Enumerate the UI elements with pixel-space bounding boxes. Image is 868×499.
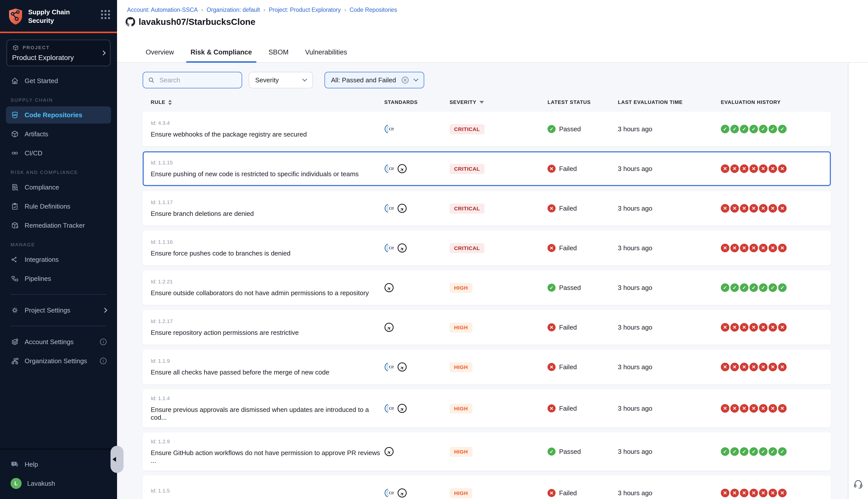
sidebar-item-organization-settings[interactable]: Organization Settings [6, 352, 111, 369]
status-filter-dropdown[interactable]: All: Passed and Failed [325, 72, 424, 88]
clear-filter-icon[interactable] [401, 76, 409, 84]
sidebar-item-integrations[interactable]: Integrations [6, 251, 111, 268]
tab-sbom[interactable]: SBOM [268, 45, 289, 62]
divider [11, 326, 107, 326]
column-latest-status: LATEST STATUS [547, 99, 618, 105]
history-failed-icon [731, 489, 739, 497]
sidebar-item-project-settings[interactable]: Project Settings [6, 302, 111, 319]
table-row[interactable]: Id: 1.2.17 Ensure repository action perm… [143, 310, 831, 345]
search-icon [148, 76, 155, 84]
info-icon[interactable] [100, 358, 107, 364]
severity-badge: CRITICAL [449, 204, 484, 214]
right-gutter [848, 63, 868, 499]
sidebar-item-account-settings[interactable]: Account Settings [6, 333, 111, 350]
history-passed-icon [759, 283, 768, 292]
owasp-standard-badge [397, 243, 407, 253]
rule-id: Id: 1.2.21 [151, 279, 384, 285]
history-failed-icon [721, 489, 730, 497]
status-label: Passed [559, 448, 581, 455]
sidebar-item-get-started[interactable]: Get Started [6, 72, 111, 89]
status-cell: Failed [547, 165, 618, 173]
history-passed-icon [778, 447, 787, 456]
history-failed-icon [749, 204, 758, 212]
table-row[interactable]: Id: 1.1.16 Ensure force pushes code to b… [143, 231, 831, 265]
rule-cell: Id: 1.2.21 Ensure outside collaborators … [151, 279, 384, 297]
history-failed-icon [731, 204, 739, 212]
table-row[interactable]: Id: 1.1.9 Ensure all checks have passed … [143, 350, 831, 384]
sidebar-item-rule-definitions[interactable]: Rule Definitions [6, 198, 111, 215]
history-failed-icon [740, 489, 748, 497]
history-cell [721, 204, 823, 212]
history-failed-icon [749, 404, 758, 413]
sidebar-item-compliance[interactable]: Compliance [6, 179, 111, 196]
history-passed-icon [749, 283, 758, 292]
infinity-icon [11, 149, 19, 157]
table-row[interactable]: Id: 1.1.15 Ensure pushing of new code is… [143, 151, 831, 186]
table-row[interactable]: Id: 1.2.21 Ensure outside collaborators … [143, 270, 831, 305]
project-selector[interactable]: PROJECT Product Exploratory [7, 40, 110, 66]
breadcrumb-project[interactable]: Project: Product Exploratory [269, 7, 340, 13]
history-cell [721, 404, 823, 413]
table-row[interactable]: Id: 4.3.4 Ensure webhooks of the package… [143, 112, 831, 146]
history-failed-icon [769, 489, 777, 497]
sidebar-item-artifacts[interactable]: Artifacts [6, 125, 111, 143]
owasp-standard-badge [397, 488, 407, 498]
rules-table: Id: 4.3.4 Ensure webhooks of the package… [143, 112, 831, 499]
history-failed-icon [759, 323, 768, 331]
status-label: Failed [559, 489, 577, 497]
table-row[interactable]: Id: 1.1.4 Ensure previous approvals are … [143, 389, 831, 427]
app-grid-icon[interactable] [101, 10, 110, 19]
sidebar-item-code-repositories[interactable]: Code Repositories [6, 107, 111, 123]
evaluation-time: 3 hours ago [618, 324, 721, 331]
sidebar-item-cicd[interactable]: CI/CD [6, 145, 111, 162]
history-failed-icon [721, 244, 730, 252]
main-area: Account: Automation-SSCA › Organization:… [117, 0, 868, 499]
severity-badge: HIGH [449, 362, 472, 372]
sidebar-collapse-handle[interactable] [110, 446, 123, 473]
standards-cell [384, 283, 449, 292]
history-passed-icon [721, 447, 730, 456]
history-failed-icon [769, 204, 777, 212]
support-button[interactable] [853, 478, 864, 491]
column-severity[interactable]: SEVERITY [449, 99, 547, 105]
history-failed-icon [778, 323, 787, 331]
severity-cell: CRITICAL [449, 124, 547, 134]
history-passed-icon [749, 447, 758, 456]
search-input[interactable] [158, 76, 237, 85]
evaluation-time: 3 hours ago [618, 448, 721, 455]
severity-filter-dropdown[interactable]: Severity [249, 72, 313, 88]
table-row[interactable]: Id: 1.2.9 Ensure GitHub action workflows… [143, 433, 831, 471]
owasp-standard-badge [384, 283, 394, 292]
severity-cell: CRITICAL [449, 163, 547, 174]
rule-id: Id: 1.1.9 [151, 358, 384, 364]
status-cell: Failed [547, 204, 618, 212]
sidebar-item-remediation-tracker[interactable]: Remediation Tracker [6, 217, 111, 234]
sidebar-item-help[interactable]: ? Help [6, 456, 111, 473]
tab-overview[interactable]: Overview [145, 45, 174, 62]
breadcrumb-code-repositories[interactable]: Code Repositories [350, 7, 397, 13]
owasp-standard-badge [397, 204, 407, 213]
tab-vulnerabilities[interactable]: Vulnerabilities [305, 45, 348, 62]
user-menu[interactable]: L Lavakush [6, 475, 111, 492]
history-failed-icon [721, 363, 730, 371]
github-icon [125, 17, 135, 27]
evaluation-time: 3 hours ago [618, 363, 721, 371]
history-failed-icon [759, 165, 768, 173]
info-icon[interactable] [100, 339, 107, 345]
history-failed-icon [740, 165, 748, 173]
status-icon [547, 489, 556, 497]
history-failed-icon [749, 323, 758, 331]
breadcrumb-organization[interactable]: Organization: default [207, 7, 260, 13]
breadcrumb-account[interactable]: Account: Automation-SSCA [127, 7, 198, 13]
history-failed-icon [740, 404, 748, 413]
sort-icon[interactable] [168, 100, 172, 105]
column-rule[interactable]: RULE [151, 99, 384, 105]
tab-risk-compliance[interactable]: Risk & Compliance [190, 45, 253, 62]
table-row[interactable]: Id: 1.1.5 CIS HIGH Failed 3 hours ago [143, 476, 831, 499]
svg-text:CIS: CIS [389, 406, 394, 410]
status-icon [547, 404, 556, 412]
history-failed-icon [778, 363, 787, 371]
table-row[interactable]: Id: 1.1.17 Ensure branch deletions are d… [143, 191, 831, 226]
status-cell: Failed [547, 363, 618, 371]
sidebar-item-pipelines[interactable]: Pipelines [6, 270, 111, 287]
